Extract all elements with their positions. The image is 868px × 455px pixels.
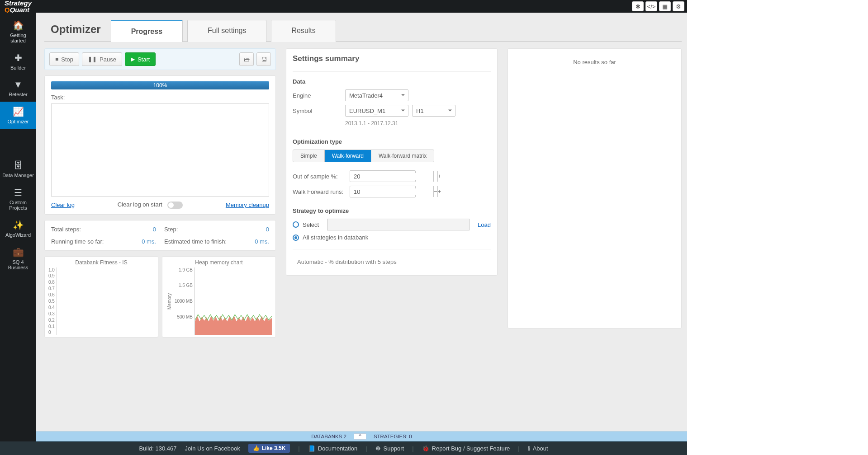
gear-icon[interactable]: ⚙ (673, 1, 684, 11)
sidebar-item-custom-projects[interactable]: ☰Custom Projects (0, 183, 36, 215)
engine-select[interactable]: MetaTrader4 (345, 89, 408, 101)
plus-box-icon: ✚ (2, 52, 34, 63)
strategy-field[interactable] (327, 219, 470, 230)
stats-card: Total steps: 0 Step: 0 Running time so f… (44, 220, 276, 251)
oos-minus[interactable]: − (433, 171, 437, 182)
support-label: Support (384, 445, 404, 452)
wfr-plus[interactable]: + (437, 186, 441, 197)
step-value: 0 (255, 226, 269, 233)
wfr-label: Walk Forward runs: (293, 188, 350, 195)
run-toolbar: ■Stop ❚❚Pause ▶Start 🗁 🖫 (44, 48, 276, 70)
memory-cleanup-link[interactable]: Memory cleanup (226, 202, 269, 208)
info-icon: ℹ (528, 445, 530, 452)
tab-results[interactable]: Results (271, 20, 336, 42)
topbar: StrategyQQuant ✱ </> ▦ ⚙ (0, 0, 687, 13)
report-bug-link[interactable]: 🐞Report Bug / Suggest Feature (422, 445, 510, 452)
select-label: Select (303, 221, 319, 228)
databanks-expand[interactable]: ⌃ (354, 433, 366, 440)
start-label: Start (138, 56, 150, 63)
documentation-link[interactable]: 📘Documentation (308, 445, 357, 452)
est-label: Estimated time to finish: (164, 238, 247, 245)
symbol-select[interactable]: EURUSD_M1 (345, 105, 408, 117)
wfr-stepper[interactable]: − + (350, 186, 416, 197)
page-head: Optimizer Progress Full settings Results (44, 13, 682, 42)
no-results-label: No results so far (573, 59, 616, 328)
settings-footer-note: Automatic - % distribution with 5 steps (293, 256, 491, 270)
tab-full-settings[interactable]: Full settings (187, 20, 266, 42)
support-link[interactable]: ☸Support (375, 445, 404, 452)
workspace: Optimizer Progress Full settings Results (36, 13, 687, 441)
book-icon: 📘 (308, 445, 315, 452)
sidebar-item-data-manager[interactable]: 🗄Data Manager (0, 156, 36, 183)
briefcase-icon: 💼 (2, 247, 34, 258)
workspace-scroll[interactable]: Optimizer Progress Full settings Results (36, 13, 687, 432)
fb-like-button[interactable]: 👍Like 3.5K (248, 444, 290, 453)
running-value: 0 ms. (142, 238, 156, 245)
settings-summary-card: Settings summary Data Engine MetaTrader4… (286, 48, 498, 276)
clear-log-link[interactable]: Clear log (51, 202, 75, 208)
progress-bar: 100% (51, 81, 269, 89)
running-label: Running time so far: (51, 238, 133, 245)
bug-icon[interactable]: ✱ (632, 1, 644, 11)
start-button[interactable]: ▶Start (125, 52, 156, 66)
pause-button[interactable]: ❚❚Pause (82, 52, 122, 66)
heap-y-axis: 1.9 GB1.5 GB1000 MB500 MB (173, 267, 194, 335)
chart-line-icon: 📈 (2, 106, 34, 117)
sidebar-item-retester[interactable]: ▼Retester (0, 75, 36, 102)
opt-type-simple[interactable]: Simple (293, 150, 325, 162)
sidebar-item-label: SQ 4 Business (8, 259, 28, 270)
about-link[interactable]: ℹAbout (528, 445, 548, 452)
page-title: Optimizer (47, 23, 104, 41)
est-value: 0 ms. (255, 238, 269, 245)
stop-label: Stop (61, 56, 73, 63)
radio-select[interactable] (293, 221, 299, 228)
save-button[interactable]: 🖫 (256, 52, 271, 66)
opt-type-group: Simple Walk-forward Walk-forward matrix (293, 150, 434, 162)
wfr-minus[interactable]: − (433, 186, 437, 197)
grid-icon[interactable]: ▦ (659, 1, 671, 11)
oos-label: Out of sample %: (293, 173, 350, 180)
log-box[interactable] (51, 103, 269, 197)
wfr-input[interactable] (350, 188, 433, 195)
fb-like-label: Like 3.5K (262, 445, 286, 451)
sidebar-item-getting-started[interactable]: 🏠Getting started (0, 15, 36, 48)
settings-summary-title: Settings summary (293, 54, 491, 63)
oos-plus[interactable]: + (437, 171, 441, 182)
oos-stepper[interactable]: − + (350, 170, 416, 182)
topbar-icons: ✱ </> ▦ ⚙ (632, 1, 684, 11)
opt-type-walk-forward-matrix[interactable]: Walk-forward matrix (371, 150, 434, 162)
open-button[interactable]: 🗁 (239, 52, 254, 66)
clear-on-start-toggle[interactable] (167, 202, 183, 209)
bug-icon: 🐞 (422, 445, 429, 452)
thumb-icon: 👍 (253, 445, 260, 451)
folder-open-icon: 🗁 (244, 56, 250, 63)
join-facebook-link[interactable]: Join Us on Facebook (185, 445, 240, 452)
sidebar-item-optimizer[interactable]: 📈Optimizer (0, 102, 36, 129)
heap-plot (194, 267, 272, 335)
funnel-icon: ▼ (2, 80, 34, 90)
play-icon: ▶ (131, 56, 135, 62)
databanks-bar[interactable]: DATABANKS 2 ⌃ STRATEGIES: 0 (36, 432, 687, 441)
sidebar-item-label: Optimizer (7, 119, 28, 124)
stop-icon: ■ (55, 56, 58, 62)
about-label: About (533, 445, 548, 452)
load-link[interactable]: Load (478, 221, 491, 228)
sidebar-item-algowizard[interactable]: ✨AlgoWizard (0, 215, 36, 242)
sidebar-item-label: AlgoWizard (5, 232, 31, 238)
all-label: All strategies in databank (303, 234, 368, 241)
oos-input[interactable] (350, 173, 433, 180)
tab-progress[interactable]: Progress (111, 20, 183, 42)
stop-button[interactable]: ■Stop (49, 52, 79, 66)
fitness-chart-title: Databank Fitness - IS (48, 259, 154, 266)
database-icon: 🗄 (2, 160, 34, 171)
sidebar-item-builder[interactable]: ✚Builder (0, 48, 36, 75)
timeframe-select[interactable]: H1 (412, 105, 455, 117)
sidebar-item-label: Custom Projects (9, 200, 27, 211)
code-icon[interactable]: </> (645, 1, 657, 11)
radio-all[interactable] (293, 235, 299, 241)
engine-label: Engine (293, 92, 345, 99)
data-heading: Data (293, 78, 491, 85)
sidebar-item-sq4-business[interactable]: 💼SQ 4 Business (0, 242, 36, 275)
bug-label: Report Bug / Suggest Feature (432, 445, 510, 452)
opt-type-walk-forward[interactable]: Walk-forward (325, 150, 371, 162)
